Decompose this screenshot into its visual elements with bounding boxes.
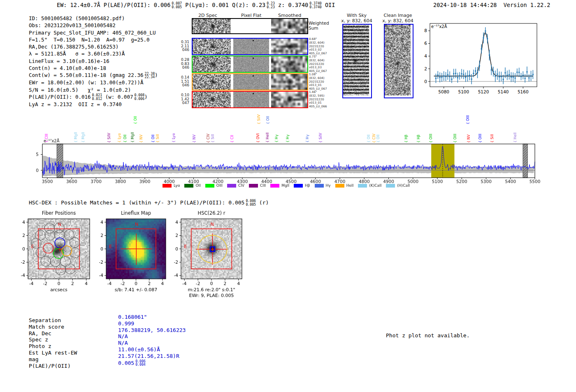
spec2d-row-right-labels: 1.08"(832, 604)20231220v013_01405_LU_067	[309, 73, 327, 91]
info-line: λ = 5121.85Å σ = 3.60(±0.23)Å	[29, 50, 158, 57]
info-line: P(LAE)/P(OII): 0.0160.0210.012 (w: 0.007…	[29, 93, 158, 101]
legend-swatch	[315, 184, 324, 188]
match-table-labels: SeparationMatch scoreRA, DecSpec zPhoto …	[29, 317, 77, 369]
svg-text:E: E	[109, 244, 112, 249]
svg-text:0: 0	[58, 281, 60, 286]
legend-swatch	[294, 184, 303, 188]
svg-text:-2: -2	[21, 260, 25, 264]
match-value: 0.0050.0060.004	[118, 360, 186, 367]
svg-text:0: 0	[175, 246, 178, 251]
info-line: LineFlux = 3.10(±0.16)e-16	[29, 58, 158, 65]
svg-text:arcsecs: arcsecs	[50, 287, 67, 292]
match-value: 11.00(±0.56)Å	[118, 346, 186, 353]
legend-swatch	[163, 184, 172, 188]
legend-item: (H)CaII	[386, 183, 410, 188]
emission-line-label: { OII	[134, 116, 137, 124]
svg-text:HSC(26.2) r: HSC(26.2) r	[198, 210, 225, 216]
legend-swatch	[227, 184, 236, 188]
svg-text:e⁻¹⁷x2Å: e⁻¹⁷x2Å	[431, 24, 447, 29]
svg-text:5080: 5080	[438, 89, 449, 94]
xtick-label: 3900	[137, 179, 153, 184]
svg-text:EWr: 9, PLAE: 0.005: EWr: 9, PLAE: 0.005	[189, 293, 234, 298]
match-label: RA, Dec	[29, 330, 77, 337]
svg-text:2: 2	[71, 281, 74, 286]
clean-image-title: Clean Imagex, y: 832, 604	[375, 13, 420, 23]
svg-text:6: 6	[424, 41, 427, 46]
spectrum-legend: LyαOIIOIIICIVCIIIMgIIHβHγHeII(K)CaII(H)C…	[163, 183, 418, 188]
match-table-values: 0.168061"0.999176.388219, 50.616223N/AN/…	[118, 314, 186, 366]
svg-text:0: 0	[424, 79, 427, 84]
match-value: 0.168061"	[118, 314, 186, 320]
info-line: S/N = 16.0(±0.5) χ² = 1.0(±0.2)	[29, 86, 158, 93]
svg-text:-2: -2	[174, 260, 178, 264]
svg-text:5160: 5160	[518, 89, 529, 94]
svg-text:5100: 5100	[458, 89, 469, 94]
match-label: P(LAE)/P(OII)	[29, 363, 77, 369]
svg-text:-4: -4	[21, 273, 26, 278]
svg-text:E: E	[184, 244, 187, 249]
spec2d-row-right-labels: 0.75"(832, 604)20231220v013_03405_LU_067	[309, 55, 327, 73]
legend-swatch	[386, 184, 395, 188]
with-sky-cutout	[342, 24, 372, 98]
svg-text:-2: -2	[121, 281, 125, 286]
svg-text:N: N	[58, 222, 61, 227]
legend-swatch	[358, 184, 367, 188]
legend-item: Hβ	[294, 183, 310, 188]
hsc-dex-summary: HSC-DEX : Possible Matches = 1 (within +…	[29, 199, 269, 206]
svg-text:2: 2	[148, 281, 151, 286]
svg-text:N: N	[211, 222, 214, 227]
svg-text:-4: -4	[174, 273, 179, 278]
stacked-uncertainty: 0.0210.012	[92, 93, 102, 101]
spec2d-row-right-labels: 0.68"(832, 604)20231220v013_02405_LU_067	[309, 37, 327, 56]
match-label: Spec z	[29, 336, 77, 343]
legend-item: Hγ	[315, 183, 331, 188]
spec2d-row	[192, 18, 308, 34]
elixer-report-page: { "header": { "summary_line": "EW: 12.4±…	[0, 0, 576, 392]
match-value: 0.999	[118, 320, 186, 327]
emission-line-label: { OIII	[466, 115, 470, 124]
svg-text:m:21.6 re:2.0" s:0.1": m:21.6 re:2.0" s:0.1"	[188, 287, 235, 292]
legend-item: OIII	[205, 183, 223, 188]
svg-text:0: 0	[135, 281, 137, 286]
info-line: Primary Spec_Slot_IFU_AMP: 405_072_060_L…	[29, 29, 158, 36]
svg-text:4: 4	[161, 281, 164, 286]
svg-text:4: 4	[85, 281, 88, 286]
col-header-pixelflat: Pixel Flat	[241, 13, 261, 18]
stacked-uncertainty: 22.3822.34	[144, 72, 155, 79]
svg-text:-2: -2	[196, 281, 200, 286]
xtick-label: 5200	[453, 179, 470, 184]
detection-info-block: ID: 5001005482 (5001005482.pdf)Obs: 2023…	[29, 15, 158, 108]
svg-text:-2: -2	[43, 281, 47, 286]
info-line: EWr = 18.00(±2.00) (w: 13.00(±0.72))Å	[29, 79, 158, 86]
legend-item: CIV	[227, 183, 244, 188]
weighted-sum-label: WeightedSum	[309, 21, 329, 30]
stacked-uncertainty: 0.0080.006	[134, 93, 144, 101]
stacked-uncertainty: 0.0060.004	[135, 360, 146, 367]
legend-item: Lyα	[163, 183, 180, 188]
svg-text:5140: 5140	[498, 89, 509, 94]
legend-item: OII	[184, 183, 200, 188]
svg-text:-2: -2	[99, 260, 103, 264]
spectrum-ytick-0: 0	[32, 168, 39, 173]
svg-text:2: 2	[175, 233, 178, 238]
spectrum-ytick-5: 5	[32, 152, 39, 157]
legend-item: HeII	[335, 183, 354, 188]
svg-text:4: 4	[22, 220, 25, 225]
xtick-label: 5500	[527, 179, 543, 184]
svg-text:2: 2	[424, 66, 427, 71]
svg-text:s/b: 7.41 +/- 0.087: s/b: 7.41 +/- 0.087	[115, 287, 158, 292]
svg-text:2: 2	[22, 233, 25, 238]
full-spectrum-plot	[35, 138, 545, 186]
spec2d-row	[192, 56, 308, 73]
svg-text:2: 2	[100, 233, 103, 238]
match-value: N/A	[118, 333, 186, 340]
fiber-positions-panel: Fiber Positions-4-2024-4-2024arcsecsNE	[16, 208, 103, 300]
xtick-label: 3700	[88, 179, 105, 184]
svg-text:-4: -4	[99, 273, 104, 278]
info-line: Cont(n) = 4.10(±0.40)e-18	[29, 65, 158, 72]
legend-swatch	[184, 184, 193, 188]
info-line: Obs: 20231220v013_5001005482	[29, 22, 158, 29]
legend-item: (K)CaII	[358, 183, 381, 188]
line-fit-zoom-plot: 5080510051205140516002468e⁻¹⁷x2Å	[424, 18, 547, 98]
xtick-label: 5300	[478, 179, 495, 184]
